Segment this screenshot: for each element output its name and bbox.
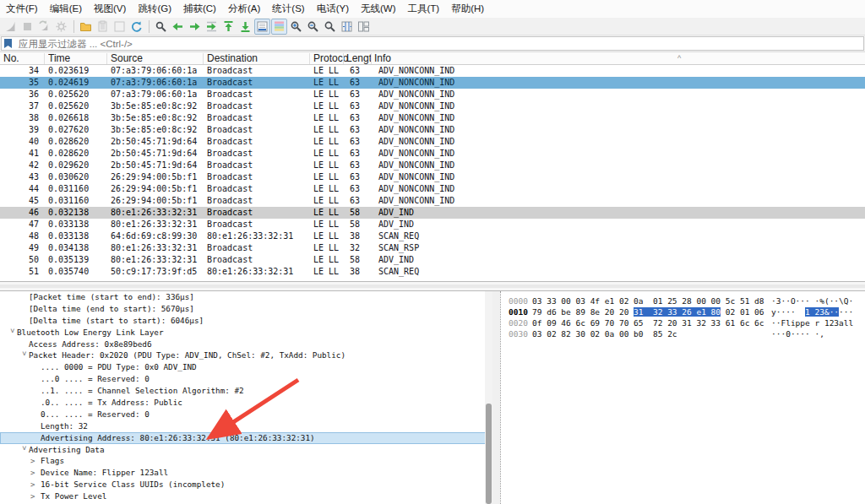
hex-bytes[interactable]: 79 d6 be 89 8e 20 20 31 32 33 26 e1 80 0…: [532, 306, 764, 317]
column-divider[interactable]: [106, 53, 107, 64]
packet-row-40[interactable]: 400.0286202b:50:45:71:9d:64BroadcastLE L…: [0, 136, 865, 148]
packet-row-47[interactable]: 470.03313880:e1:26:33:32:31BroadcastLE L…: [0, 219, 865, 230]
packet-row-46[interactable]: 460.03213880:e1:26:33:32:31BroadcastLE L…: [0, 207, 865, 219]
column-header-lengt[interactable]: Lengt: [346, 52, 372, 65]
packet-row-37[interactable]: 370.0256203b:5e:85:e0:8c:92BroadcastLE L…: [0, 100, 865, 112]
expander-open-icon[interactable]: >: [18, 446, 30, 456]
packet-row-42[interactable]: 420.0296202b:50:45:71:9d:64BroadcastLE L…: [0, 160, 865, 171]
column-header-info[interactable]: Info: [374, 52, 391, 65]
go-first-button[interactable]: [220, 19, 237, 35]
hex-bytes[interactable]: 03 33 00 03 4f e1 02 0a 01 25 28 00 00 5…: [532, 295, 764, 306]
ascii-bytes[interactable]: ··Flippe r 123all: [771, 317, 853, 328]
zoom-out-button[interactable]: [305, 19, 321, 35]
packet-row-50[interactable]: 500.03513980:e1:26:33:32:31BroadcastLE L…: [0, 254, 865, 266]
detail-line[interactable]: 0... .... = Reserved: 0: [0, 409, 493, 420]
packet-list-header[interactable]: ^ No.TimeSourceDestinationProtocoLengtIn…: [0, 51, 865, 65]
menu-tools[interactable]: 工具(T): [402, 0, 446, 18]
menu-statistics[interactable]: 统计(S): [266, 0, 310, 18]
layout-button[interactable]: [356, 19, 372, 35]
packet-row-34[interactable]: 340.02361907:a3:79:06:60:1aBroadcastLE L…: [0, 65, 865, 77]
expander-open-icon[interactable]: >: [18, 351, 30, 361]
menu-go[interactable]: 跳转(G): [132, 0, 177, 18]
detail-line[interactable]: ...0 .... = Reserved: 0: [0, 373, 493, 385]
expander-closed-icon[interactable]: >: [30, 468, 41, 480]
display-filter-input[interactable]: [1, 36, 864, 51]
zoom-reset-button[interactable]: [322, 19, 338, 35]
menu-edit[interactable]: 编辑(E): [44, 0, 88, 18]
detail-line[interactable]: [Delta time (end to start): 5670µs]: [0, 303, 493, 315]
hex-bytes[interactable]: 03 02 82 30 02 0a 00 b0 85 2c: [532, 328, 677, 339]
menu-analyze[interactable]: 分析(A): [222, 0, 266, 18]
column-divider[interactable]: [309, 53, 310, 64]
detail-line[interactable]: >Tx Power Level: [0, 490, 493, 502]
go-last-button[interactable]: [237, 19, 253, 35]
detail-line[interactable]: Length: 32: [0, 420, 493, 432]
detail-line[interactable]: >Bluetooth Low Energy Link Layer: [0, 327, 493, 339]
go-back-button[interactable]: [170, 19, 186, 35]
colorize-button[interactable]: [271, 19, 287, 35]
detail-line[interactable]: .0.. .... = Tx Address: Public: [0, 397, 493, 409]
detail-line[interactable]: ..1. .... = Channel Selection Algorithm:…: [0, 385, 493, 397]
expander-closed-icon[interactable]: >: [30, 456, 41, 468]
packet-row-51[interactable]: 510.03574050:c9:17:73:9f:d580:e1:26:33:3…: [0, 266, 865, 278]
packet-row-41[interactable]: 410.0286202b:50:45:71:9d:64BroadcastLE L…: [0, 148, 865, 160]
menu-help[interactable]: 帮助(H): [445, 0, 490, 18]
ascii-bytes[interactable]: ·3··O··· ·%(··\Q·: [771, 295, 853, 306]
packet-row-44[interactable]: 440.03116026:29:94:00:5b:f1BroadcastLE L…: [0, 183, 865, 195]
detail-line[interactable]: Access Address: 0x8e89bed6: [0, 339, 493, 350]
detail-line-selected[interactable]: Advertising Address: 80:e1:26:33:32:31 (…: [0, 432, 493, 444]
restart-capture-button[interactable]: [36, 19, 52, 35]
expander-open-icon[interactable]: >: [6, 328, 18, 339]
detail-line[interactable]: [Delta time (start to start): 6046µs]: [0, 315, 493, 327]
hex-row[interactable]: 003003 02 82 30 02 0a 00 b0 85 2c···0···…: [501, 328, 865, 339]
packet-row-45[interactable]: 450.03116026:29:94:00:5b:f1BroadcastLE L…: [0, 195, 865, 207]
close-file-button[interactable]: [112, 19, 128, 35]
detail-scrollbar-thumb[interactable]: [486, 404, 492, 504]
go-forward-button[interactable]: [187, 19, 203, 35]
menu-file[interactable]: 文件(F): [0, 0, 44, 18]
detail-line[interactable]: [Packet time (start to end): 336µs]: [0, 291, 493, 303]
packet-row-36[interactable]: 360.02562007:a3:79:06:60:1aBroadcastLE L…: [0, 89, 865, 100]
detail-line[interactable]: >Advertising Data: [0, 444, 493, 456]
column-header-time[interactable]: Time: [48, 52, 70, 65]
column-header-source[interactable]: Source: [111, 52, 143, 65]
packet-row-35[interactable]: 350.02461907:a3:79:06:60:1aBroadcastLE L…: [0, 77, 865, 89]
ascii-bytes[interactable]: ···0···· ·,: [771, 328, 824, 339]
detail-line[interactable]: .... 0000 = PDU Type: 0x0 ADV_IND: [0, 361, 493, 373]
column-divider[interactable]: [203, 53, 204, 64]
packet-row-39[interactable]: 390.0276203b:5e:85:e0:8c:92BroadcastLE L…: [0, 124, 865, 136]
resize-columns-button[interactable]: [339, 19, 355, 35]
detail-line[interactable]: >Packet Header: 0x2020 (PDU Type: ADV_IN…: [0, 350, 493, 361]
menu-view[interactable]: 视图(V): [88, 0, 132, 18]
detail-scrollbar[interactable]: [485, 291, 492, 504]
hex-row[interactable]: 001079 d6 be 89 8e 20 20 31 32 33 26 e1 …: [501, 306, 865, 317]
detail-line[interactable]: >16-bit Service Class UUIDs (incomplete): [0, 479, 493, 490]
column-divider[interactable]: [343, 53, 344, 64]
horizontal-splitter[interactable]: [0, 281, 865, 291]
expander-closed-icon[interactable]: >: [30, 491, 41, 503]
packet-row-48[interactable]: 480.03313864:6d:69:c8:99:3080:e1:26:33:3…: [0, 230, 865, 242]
go-to-packet-button[interactable]: [204, 19, 220, 35]
packet-row-38[interactable]: 380.0266183b:5e:85:e0:8c:92BroadcastLE L…: [0, 112, 865, 124]
capture-options-button[interactable]: [53, 19, 69, 35]
find-packet-button[interactable]: [153, 19, 169, 35]
detail-line[interactable]: >Device Name: Flipper 123all: [0, 467, 493, 479]
hex-row[interactable]: 000003 33 00 03 4f e1 02 0a 01 25 28 00 …: [501, 295, 865, 306]
start-capture-button[interactable]: [3, 19, 19, 35]
stop-capture-button[interactable]: [19, 19, 35, 35]
expander-closed-icon[interactable]: >: [30, 480, 41, 491]
packet-row-49[interactable]: 490.03413880:e1:26:33:32:31BroadcastLE L…: [0, 242, 865, 254]
ascii-bytes[interactable]: y···· 1 23&·····: [771, 306, 853, 317]
hex-row[interactable]: 00200f 09 46 6c 69 70 70 65 72 20 31 32 …: [501, 317, 865, 328]
menu-telephony[interactable]: 电话(Y): [311, 0, 355, 18]
menu-capture[interactable]: 捕获(C): [177, 0, 222, 18]
save-file-button[interactable]: [95, 19, 111, 35]
column-header-destination[interactable]: Destination: [207, 52, 258, 65]
packet-row-43[interactable]: 430.03062026:29:94:00:5b:f1BroadcastLE L…: [0, 171, 865, 183]
reload-file-button[interactable]: [128, 19, 144, 35]
column-divider[interactable]: [371, 53, 372, 64]
column-header-no[interactable]: No.: [3, 52, 19, 65]
auto-scroll-button[interactable]: [254, 19, 270, 35]
detail-line[interactable]: >Flags: [0, 455, 493, 467]
vertical-splitter[interactable]: [492, 291, 500, 504]
